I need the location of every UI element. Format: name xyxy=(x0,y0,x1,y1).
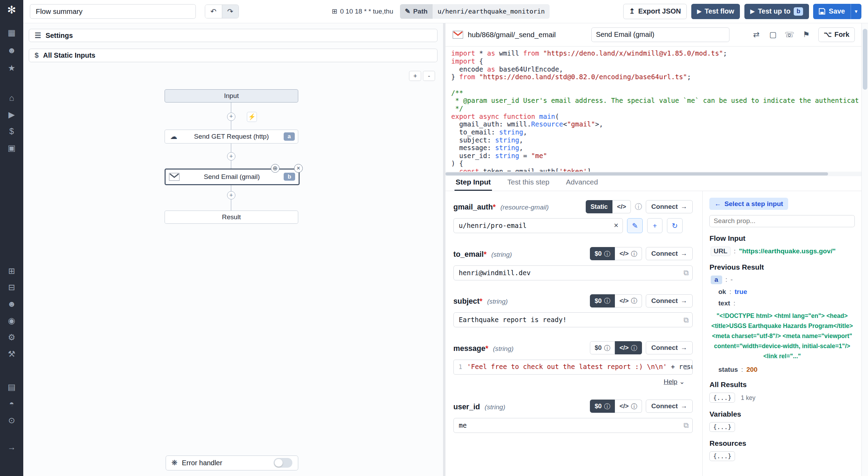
code-mode-toggle[interactable]: </>ⓘ xyxy=(615,341,642,354)
add-step-button[interactable]: + xyxy=(227,113,235,121)
undo-button[interactable]: ↶ xyxy=(205,5,222,18)
user-id-input[interactable] xyxy=(453,418,693,433)
tab-test-this-step[interactable]: Test this step xyxy=(506,176,550,191)
settings-row[interactable]: ☰ Settings xyxy=(29,29,437,42)
flag-icon[interactable]: ⚑ xyxy=(799,27,814,42)
folders-icon[interactable]: ⊟ xyxy=(3,279,20,296)
code-mode-toggle[interactable]: </>ⓘ xyxy=(615,247,642,260)
static-mode-toggle[interactable]: $0ⓘ xyxy=(590,247,615,260)
refresh-resource-button[interactable]: ↻ xyxy=(667,218,683,233)
settings-icon[interactable]: ⚙ xyxy=(3,329,20,346)
copy-icon[interactable]: ⧉ xyxy=(683,363,688,371)
connect-button[interactable]: Connect→ xyxy=(646,200,692,213)
save-dropdown-button[interactable]: ▾ xyxy=(851,4,861,19)
save-button[interactable]: Save xyxy=(813,4,850,19)
schedule-display[interactable]: ⊞ 0 10 18 * * tue,thu xyxy=(332,7,393,15)
add-step-button[interactable]: + xyxy=(227,152,235,161)
trigger-bolt-button[interactable]: ⚡ xyxy=(247,112,257,122)
search-prop-input[interactable] xyxy=(709,215,854,227)
user-icon[interactable]: ☻ xyxy=(3,42,20,59)
home-icon[interactable]: ⌂ xyxy=(3,90,20,106)
node-input[interactable]: Input xyxy=(165,89,299,102)
discord-icon[interactable]: ◓ xyxy=(3,395,20,412)
runs-icon[interactable]: ▶ xyxy=(3,106,20,123)
node-result[interactable]: Result xyxy=(165,211,299,224)
sync-icon[interactable]: ⇄ xyxy=(749,27,764,42)
right-scrollbar[interactable] xyxy=(861,23,868,476)
prop-row-url[interactable]: URL : "https://earthquake.usgs.gov/" xyxy=(711,247,855,256)
variables-object[interactable]: {...} xyxy=(709,422,735,432)
gmail-auth-resource-input[interactable] xyxy=(453,218,623,233)
groups-icon[interactable]: ☻ xyxy=(3,296,20,312)
to-email-input[interactable] xyxy=(453,265,693,280)
fork-button[interactable]: ⌥ Fork xyxy=(818,27,855,42)
edit-resource-button[interactable]: ✎ xyxy=(627,218,643,233)
prop-row-status[interactable]: status : 200 xyxy=(718,366,855,374)
test-up-to-button[interactable]: ▶ Test up to b xyxy=(744,4,809,19)
apps-icon[interactable]: ▦ xyxy=(3,24,20,41)
clear-icon[interactable]: × xyxy=(614,221,618,230)
code-line: */ xyxy=(451,105,861,113)
subject-input[interactable] xyxy=(453,312,693,327)
step-name-input[interactable] xyxy=(591,27,730,42)
window-icon[interactable]: ▢ xyxy=(765,27,781,42)
workers-icon[interactable]: ⚒ xyxy=(3,346,20,362)
connect-button[interactable]: Connect→ xyxy=(646,294,692,307)
node-gmail-selected[interactable]: Send Email (gmail) b xyxy=(165,169,300,185)
windmill-logo-icon[interactable]: ✻ xyxy=(3,3,20,17)
code-line: /** xyxy=(451,89,861,97)
prop-row-text[interactable]: text : xyxy=(718,299,855,307)
static-mode-toggle[interactable]: $0ⓘ xyxy=(590,400,615,413)
zoom-in-button[interactable]: + xyxy=(409,71,421,81)
zoom-out-button[interactable]: - xyxy=(423,71,435,81)
copy-icon[interactable]: ⧉ xyxy=(684,316,689,324)
panel-splitter[interactable] xyxy=(443,23,446,476)
node-http[interactable]: ☁ Send GET Request (http) a xyxy=(165,130,299,143)
static-inputs-row[interactable]: $ All Static Inputs xyxy=(29,49,437,62)
variables-icon[interactable]: $ xyxy=(3,123,20,140)
code-editor[interactable]: import * as wmill from "https://deno.lan… xyxy=(445,47,861,172)
code-hscrollbar[interactable] xyxy=(445,172,861,176)
code-mode-toggle[interactable]: </> xyxy=(612,200,631,213)
favorites-icon[interactable]: ★ xyxy=(3,60,20,76)
export-json-button[interactable]: ↥ Export JSON xyxy=(623,4,687,19)
connect-button[interactable]: Connect→ xyxy=(646,341,692,354)
flow-summary-input[interactable] xyxy=(30,4,196,18)
help-link[interactable]: Help xyxy=(664,378,677,385)
static-mode-toggle[interactable]: Static xyxy=(586,200,612,213)
static-mode-toggle[interactable]: $0ⓘ xyxy=(590,341,615,354)
tab-step-input[interactable]: Step Input xyxy=(454,176,492,191)
connect-button[interactable]: Connect→ xyxy=(646,247,692,260)
message-expression-editor[interactable]: 1 'Feel free to check out the latest rep… xyxy=(453,360,693,375)
tab-advanced[interactable]: Advanced xyxy=(565,176,599,191)
static-mode-toggle[interactable]: $0ⓘ xyxy=(590,294,615,307)
test-flow-button[interactable]: ▶ Test flow xyxy=(691,4,740,19)
info-icon[interactable]: ⓘ xyxy=(635,202,642,212)
github-icon[interactable]: ⊙ xyxy=(3,412,20,429)
prop-row-ok[interactable]: ok : true xyxy=(718,288,855,296)
schedules-icon[interactable]: ⊞ xyxy=(3,263,20,279)
add-resource-button[interactable]: + xyxy=(647,218,663,233)
copy-icon[interactable]: ⧉ xyxy=(684,269,689,277)
delete-step-button[interactable]: × xyxy=(294,164,303,173)
phone-icon[interactable]: ☏ xyxy=(782,27,798,42)
select-step-input-button[interactable]: ← Select a step input xyxy=(709,198,788,210)
add-step-button[interactable]: + xyxy=(227,191,235,199)
collapse-icon[interactable]: → xyxy=(3,439,20,456)
code-mode-toggle[interactable]: </>ⓘ xyxy=(615,294,642,307)
copy-icon[interactable]: ⧉ xyxy=(684,421,689,429)
docs-icon[interactable]: ▤ xyxy=(3,379,20,395)
error-handler-row[interactable]: ❋ Error handler xyxy=(166,456,299,470)
prop-row-a[interactable]: a : - xyxy=(711,276,855,284)
redo-button[interactable]: ↷ xyxy=(222,5,239,18)
code-mode-toggle[interactable]: </>ⓘ xyxy=(615,400,642,413)
error-handler-toggle[interactable] xyxy=(274,458,292,468)
resources-object[interactable]: {...} xyxy=(709,451,735,461)
audit-logs-icon[interactable]: ◉ xyxy=(3,312,20,329)
connect-button[interactable]: Connect→ xyxy=(646,400,692,413)
all-results-object[interactable]: {...} xyxy=(709,393,735,402)
prop-text-value[interactable]: "<!DOCTYPE html> <html lang="en"> <head>… xyxy=(709,311,854,361)
step-header: hub/868/gmail/_send_email ⇄ ▢ ☏ ⚑ ⌥ Fork xyxy=(445,23,861,47)
path-group[interactable]: ✎ Path u/henri/earthquake_monitorin xyxy=(400,4,550,18)
resources-icon[interactable]: ▣ xyxy=(3,140,20,156)
